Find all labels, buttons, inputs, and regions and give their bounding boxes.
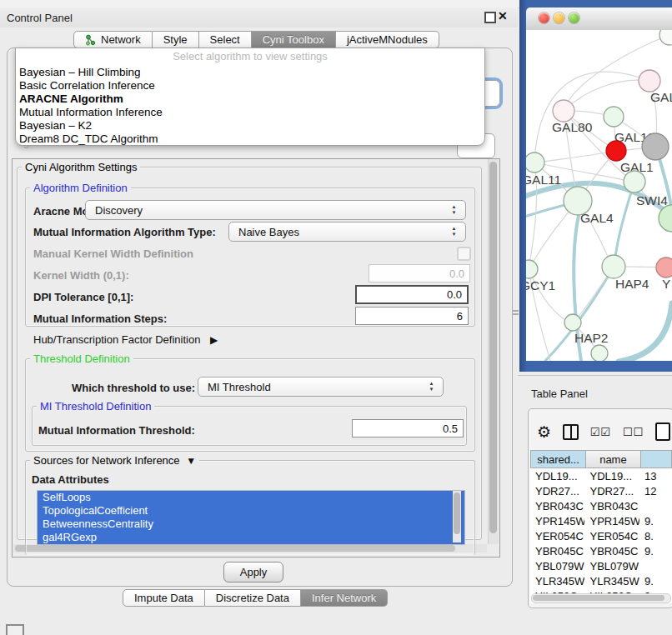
- kernel-width-label: Kernel Width (0,1):: [33, 269, 129, 282]
- hub-factor-expander[interactable]: Hub/Transcription Factor Definition ▶: [33, 333, 218, 346]
- algorithm-option[interactable]: Mutual Information Inference: [16, 106, 484, 119]
- mi-threshold-field[interactable]: 0.5: [352, 419, 464, 438]
- apply-button[interactable]: Apply: [223, 562, 283, 582]
- mi-algorithm-type-label: Mutual Information Algorithm Type:: [33, 226, 216, 238]
- data-attribute-item[interactable]: BetweennessCentrality: [38, 518, 464, 531]
- table-horizontal-scrollbar-thumb[interactable]: [533, 595, 664, 601]
- network-node-label: GAL: [650, 90, 672, 104]
- table-cell: 9.: [639, 513, 672, 528]
- tab-select[interactable]: Select: [199, 31, 252, 48]
- tab-cyni-toolbox[interactable]: Cyni Toolbox: [252, 31, 336, 48]
- table-row[interactable]: YLR345WYLR345W9.: [530, 573, 672, 588]
- network-node[interactable]: [553, 100, 574, 122]
- which-threshold-combobox[interactable]: MI Threshold ▲▼: [198, 377, 444, 397]
- node-table: shared...name YDL19...YDL19...13YDR27...…: [530, 450, 672, 603]
- network-node[interactable]: [564, 314, 581, 331]
- which-threshold-label: Which threshold to use:: [72, 382, 195, 394]
- data-attribute-item[interactable]: TopologicalCoefficient: [38, 504, 464, 518]
- network-node[interactable]: [639, 70, 660, 92]
- checked-pair-icon[interactable]: ☑☑: [590, 426, 611, 438]
- algorithm-option[interactable]: Dream8 DC_TDC Algorithm: [16, 132, 484, 146]
- network-edge[interactable]: [529, 269, 571, 323]
- algorithm-option[interactable]: ARACNE Algorithm: [16, 92, 484, 106]
- table-row[interactable]: YER054CYER054C8.: [530, 528, 672, 543]
- mi-algorithm-type-combobox[interactable]: Naive Bayes ▲▼: [228, 222, 466, 242]
- mi-steps-field[interactable]: 6: [355, 307, 469, 325]
- table-row[interactable]: YBL079WYBL079W: [530, 558, 672, 573]
- network-node[interactable]: [642, 133, 669, 160]
- float-window-icon[interactable]: [484, 12, 496, 23]
- table-panel-divider: [518, 375, 672, 376]
- table-cell: [639, 498, 672, 513]
- settings-vertical-scrollbar-thumb[interactable]: [489, 162, 497, 533]
- table-column-header[interactable]: [641, 450, 672, 468]
- document-icon[interactable]: [655, 422, 670, 441]
- network-node[interactable]: [591, 345, 608, 361]
- table-panel-title: Table Panel: [531, 388, 588, 400]
- gear-icon[interactable]: ⚙: [537, 422, 551, 442]
- table-row[interactable]: YDR27...YDR27...12: [530, 483, 672, 498]
- algorithm-option[interactable]: Bayesian – K2: [16, 119, 484, 132]
- minimized-panel-icon[interactable]: [6, 624, 24, 635]
- network-node[interactable]: [659, 30, 672, 45]
- mi-threshold-label: Mutual Information Threshold:: [38, 424, 195, 437]
- network-edge[interactable]: [564, 80, 649, 111]
- algorithm-option[interactable]: Basic Correlation Inference: [16, 79, 484, 92]
- network-node-label: Y: [662, 277, 670, 291]
- mi-steps-label: Mutual Information Steps:: [33, 312, 167, 325]
- network-node[interactable]: [526, 260, 538, 278]
- data-attributes-list[interactable]: SelfLoopsTopologicalCoefficientBetweenne…: [37, 490, 465, 545]
- table-cell: 13: [639, 468, 672, 483]
- network-canvas[interactable]: GALGAL80GAL10GAL1GAL11SWI4GAL4GCY1HAP4YH…: [526, 30, 672, 361]
- table-cell: YBR043C: [584, 498, 639, 513]
- table-column-header[interactable]: name: [586, 450, 641, 468]
- panel-splitter-handle[interactable]: [513, 309, 519, 317]
- kernel-width-field[interactable]: 0.0: [369, 264, 470, 282]
- data-attribute-item[interactable]: SelfLoops: [38, 491, 464, 504]
- table-cell: 12: [639, 483, 672, 498]
- table-row[interactable]: YBR045CYBR045C9.: [530, 543, 672, 558]
- cyni-bottom-tabs: Impute Data Discretize Data Infer Networ…: [123, 589, 388, 607]
- table-cell: YBR045C: [584, 543, 639, 558]
- network-node[interactable]: [624, 171, 645, 192]
- table-row[interactable]: YPR145WYPR145W9.: [530, 513, 672, 528]
- network-node[interactable]: [606, 141, 626, 161]
- dpi-tolerance-field[interactable]: 0.0: [355, 285, 469, 304]
- network-edge[interactable]: [534, 72, 649, 161]
- close-traffic-light[interactable]: [539, 12, 549, 23]
- data-attributes-label: Data Attributes: [32, 473, 109, 486]
- table-cell: YBL079W: [530, 558, 584, 573]
- tab-infer-network[interactable]: Infer Network: [301, 589, 388, 607]
- split-columns-icon[interactable]: [563, 424, 579, 440]
- aracne-mode-combobox[interactable]: Discovery ▲▼: [85, 200, 466, 220]
- table-column-header[interactable]: shared...: [530, 450, 586, 468]
- close-icon[interactable]: ✕: [498, 9, 508, 22]
- table-cell: YPR145W: [584, 513, 639, 528]
- control-panel-tabs: Network Style Select Cyni Toolbox jActiv…: [73, 31, 439, 48]
- table-row[interactable]: YBR043CYBR043C: [530, 498, 672, 513]
- tab-network[interactable]: Network: [73, 31, 153, 48]
- network-node[interactable]: [604, 107, 624, 127]
- data-attribute-item[interactable]: gal4RGexp: [38, 531, 464, 544]
- manual-kernel-width-checkbox[interactable]: [457, 247, 471, 261]
- tab-impute-data[interactable]: Impute Data: [123, 589, 205, 607]
- attributes-list-scrollbar-thumb[interactable]: [454, 492, 460, 534]
- zoom-traffic-light[interactable]: [569, 12, 579, 23]
- network-edge[interactable]: [614, 185, 634, 263]
- network-edge[interactable]: [536, 151, 616, 162]
- table-header-row: shared...name: [530, 450, 672, 468]
- tab-discretize-data[interactable]: Discretize Data: [205, 589, 301, 607]
- network-node[interactable]: [656, 258, 672, 278]
- network-node[interactable]: [526, 152, 544, 172]
- network-node[interactable]: [602, 255, 625, 278]
- network-edge[interactable]: [619, 303, 672, 361]
- tab-jactivemnodules[interactable]: jActiveMNodules: [336, 31, 439, 48]
- table-row[interactable]: YDL19...YDL19...13: [530, 468, 672, 483]
- expander-expanded-icon: ▼: [186, 455, 196, 467]
- table-cell: YDL19...: [530, 468, 584, 483]
- algorithm-option[interactable]: Bayesian – Hill Climbing: [16, 66, 484, 79]
- expander-collapsed-icon: ▶: [210, 334, 218, 346]
- tab-style[interactable]: Style: [153, 31, 199, 48]
- minimize-traffic-light[interactable]: [554, 12, 564, 23]
- unchecked-pair-icon[interactable]: ☐☐: [623, 426, 644, 438]
